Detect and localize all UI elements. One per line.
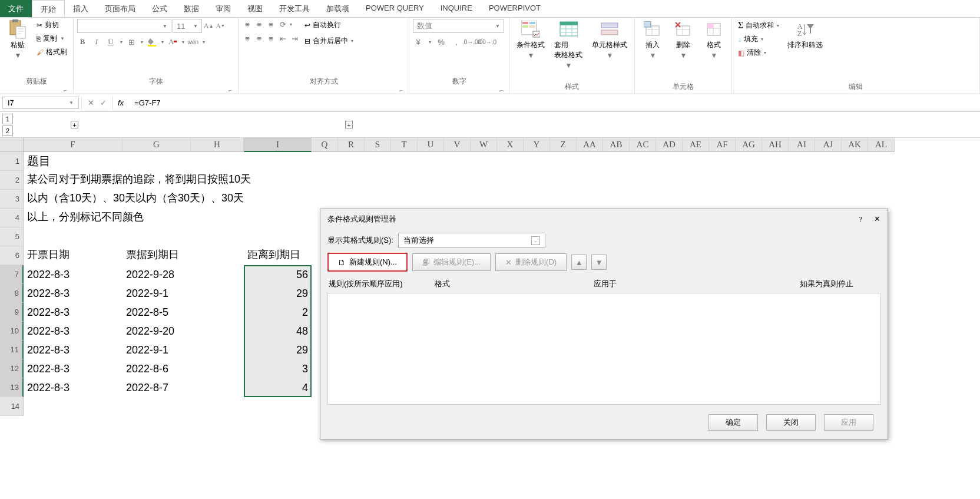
copy-button[interactable]: ⎘复制▼ (34, 32, 69, 45)
outline-expand-1[interactable]: + (71, 121, 78, 128)
merge-center-button[interactable]: ⊟合并后居中▾ (302, 35, 356, 47)
alignment-launcher[interactable]: ⌐ (242, 87, 405, 94)
delete-cells-button[interactable]: 删除▼ (669, 19, 697, 61)
cell-h-due[interactable]: 票据到期日 (122, 246, 183, 263)
col-header-AF[interactable]: AF (709, 138, 736, 152)
row-header-7[interactable]: 7 (0, 265, 24, 284)
edit-rule-button[interactable]: 🗐编辑规则(E)... (412, 253, 491, 271)
row-header-4[interactable]: 4 (0, 209, 24, 227)
col-header-S[interactable]: S (365, 138, 391, 152)
name-box[interactable]: I7▼ (2, 97, 79, 109)
align-right-icon[interactable]: ≡ (266, 33, 276, 44)
font-launcher[interactable]: ⌐ (77, 87, 234, 94)
cell-due-0[interactable]: 2022-9-28 (122, 265, 191, 284)
conditional-format-button[interactable]: 条件格式▼ (513, 19, 548, 61)
format-cells-button[interactable]: 格式▼ (700, 19, 728, 61)
row-header-12[interactable]: 12 (0, 359, 24, 378)
tab-insert[interactable]: 插入 (65, 0, 97, 17)
row-header-9[interactable]: 9 (0, 303, 24, 322)
cell-issue-0[interactable]: 2022-8-3 (24, 265, 122, 284)
insert-cells-button[interactable]: 插入▼ (638, 19, 667, 61)
align-bottom-icon[interactable]: ≡ (266, 19, 276, 29)
cell-issue-2[interactable]: 2022-8-3 (24, 303, 122, 322)
number-launcher[interactable]: ⌐ (413, 87, 505, 94)
col-header-H[interactable]: H (191, 138, 244, 152)
select-all-corner[interactable] (0, 138, 24, 152)
row-header-6[interactable]: 6 (0, 246, 24, 265)
row-header-3[interactable]: 3 (0, 190, 24, 209)
tab-pagelayout[interactable]: 页面布局 (97, 0, 144, 17)
col-header-R[interactable]: R (338, 138, 365, 152)
tab-inquire[interactable]: INQUIRE (432, 0, 481, 17)
tab-file[interactable]: 文件 (0, 0, 32, 17)
paste-button[interactable]: 粘贴▼ (4, 19, 32, 61)
cell-h-issue[interactable]: 开票日期 (24, 246, 73, 263)
accept-formula-icon[interactable]: ✓ (100, 98, 107, 107)
outline-expand-2[interactable]: + (345, 121, 353, 128)
cell-days-6[interactable]: 4 (244, 378, 312, 397)
font-color-button[interactable]: A (167, 37, 178, 47)
cell-title[interactable]: 题目 (24, 152, 54, 170)
autosum-button[interactable]: Σ自动求和▾ (736, 19, 782, 32)
cell-due-1[interactable]: 2022-9-1 (122, 284, 191, 303)
fx-button[interactable]: fx (113, 98, 128, 107)
decrease-decimal-icon[interactable]: .00→.0 (482, 37, 492, 47)
col-header-AL[interactable]: AL (868, 138, 895, 152)
format-painter-button[interactable]: 🖌格式刷 (34, 46, 69, 58)
cut-button[interactable]: ✂剪切 (34, 19, 69, 31)
sort-filter-button[interactable]: AZ排序和筛选 (784, 19, 826, 51)
clear-button[interactable]: ◧清除▾ (736, 47, 782, 59)
ok-button[interactable]: 确定 (708, 414, 758, 431)
col-header-AI[interactable]: AI (789, 138, 815, 152)
rules-list[interactable] (327, 293, 880, 405)
cell-days-3[interactable]: 48 (244, 322, 312, 341)
col-header-AG[interactable]: AG (736, 138, 762, 152)
col-header-F[interactable]: F (24, 138, 122, 152)
cell-issue-1[interactable]: 2022-8-3 (24, 284, 122, 303)
cell-desc1[interactable]: 某公司对于到期票据的追踪，将到期日按照10天 (24, 171, 254, 187)
cell-due-3[interactable]: 2022-9-20 (122, 322, 191, 341)
italic-button[interactable]: I (91, 37, 102, 47)
cell-issue-5[interactable]: 2022-8-3 (24, 359, 122, 378)
col-header-T[interactable]: T (391, 138, 418, 152)
move-down-button[interactable]: ▼ (591, 255, 607, 270)
col-header-V[interactable]: V (444, 138, 471, 152)
cell-h-days[interactable]: 距离到期日 (244, 246, 312, 263)
col-header-Y[interactable]: Y (524, 138, 550, 152)
row-header-2[interactable]: 2 (0, 171, 24, 190)
cell-desc3[interactable]: 以上，分别标记不同颜色 (24, 209, 147, 225)
tab-powerquery[interactable]: POWER QUERY (357, 0, 432, 17)
fill-color-button[interactable] (147, 37, 157, 47)
indent-dec-icon[interactable]: ⇤ (277, 33, 288, 44)
row-header-14[interactable]: 14 (0, 397, 24, 416)
cell-days-0[interactable]: 56 (244, 265, 312, 284)
col-header-AC[interactable]: AC (630, 138, 656, 152)
tab-powerpivot[interactable]: POWERPIVOT (481, 0, 549, 17)
align-top-icon[interactable]: ≡ (242, 19, 253, 29)
comma-icon[interactable]: , (451, 37, 462, 47)
col-header-AA[interactable]: AA (577, 138, 603, 152)
close-button[interactable]: 关闭 (766, 414, 816, 431)
cell-due-4[interactable]: 2022-9-1 (122, 341, 191, 359)
table-format-button[interactable]: 套用 表格格式▼ (551, 19, 586, 71)
indent-inc-icon[interactable]: ⇥ (289, 33, 300, 44)
cell-due-2[interactable]: 2022-8-5 (122, 303, 191, 322)
increase-font-icon[interactable]: A▲ (203, 21, 214, 31)
col-header-AD[interactable]: AD (656, 138, 683, 152)
clipboard-launcher[interactable]: ⌐ (4, 87, 69, 94)
wrap-text-button[interactable]: ↩自动换行 (302, 19, 356, 31)
formula-input[interactable]: =G7-F7 (128, 98, 980, 107)
font-family-select[interactable]: ▼ (77, 19, 171, 33)
col-header-Z[interactable]: Z (550, 138, 577, 152)
tab-formulas[interactable]: 公式 (144, 0, 176, 17)
cell-due-5[interactable]: 2022-8-6 (122, 359, 191, 378)
cell-days-5[interactable]: 3 (244, 359, 312, 378)
bold-button[interactable]: B (77, 37, 88, 47)
phonetic-button[interactable]: wén (188, 37, 198, 47)
tab-addins[interactable]: 加载项 (318, 0, 357, 17)
tab-home[interactable]: 开始 (32, 0, 65, 17)
cell-due-6[interactable]: 2022-8-7 (122, 378, 191, 397)
cancel-formula-icon[interactable]: ✕ (88, 98, 94, 107)
row-header-13[interactable]: 13 (0, 378, 24, 397)
row-header-11[interactable]: 11 (0, 341, 24, 359)
